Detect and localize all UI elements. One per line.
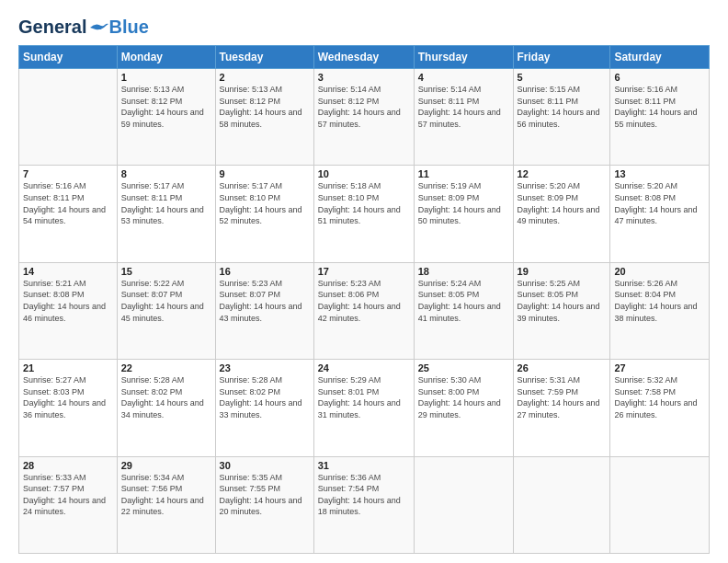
day-info: Sunrise: 5:31 AMSunset: 7:59 PMDaylight:…	[518, 374, 607, 420]
calendar-cell: 8Sunrise: 5:17 AMSunset: 8:11 PMDaylight…	[117, 166, 215, 262]
day-number: 2	[220, 72, 310, 83]
calendar-cell: 2Sunrise: 5:13 AMSunset: 8:12 PMDaylight…	[215, 69, 313, 166]
calendar-cell: 16Sunrise: 5:23 AMSunset: 8:07 PMDayligh…	[215, 262, 313, 359]
day-info: Sunrise: 5:28 AMSunset: 8:02 PMDaylight:…	[220, 374, 310, 420]
day-info: Sunrise: 5:14 AMSunset: 8:11 PMDaylight:…	[418, 84, 509, 130]
logo-blue-text: Blue	[108, 17, 148, 38]
calendar-cell: 23Sunrise: 5:28 AMSunset: 8:02 PMDayligh…	[215, 360, 313, 456]
weekday-header-sunday: Sunday	[19, 46, 118, 69]
weekday-header-thursday: Thursday	[414, 46, 513, 69]
day-number: 12	[518, 168, 607, 179]
day-number: 30	[220, 460, 310, 471]
day-number: 15	[121, 266, 211, 277]
weekday-header-tuesday: Tuesday	[215, 46, 313, 69]
weekday-header-row: SundayMondayTuesdayWednesdayThursdayFrid…	[19, 46, 710, 69]
day-number: 19	[518, 266, 607, 277]
calendar-cell: 29Sunrise: 5:34 AMSunset: 7:56 PMDayligh…	[117, 456, 215, 553]
calendar-cell: 30Sunrise: 5:35 AMSunset: 7:55 PMDayligh…	[215, 456, 313, 553]
calendar-cell: 31Sunrise: 5:36 AMSunset: 7:54 PMDayligh…	[313, 456, 414, 553]
header: General Blue	[18, 17, 710, 38]
day-info: Sunrise: 5:23 AMSunset: 8:07 PMDaylight:…	[220, 278, 310, 324]
day-number: 7	[23, 168, 113, 179]
day-info: Sunrise: 5:23 AMSunset: 8:06 PMDaylight:…	[318, 278, 410, 324]
day-number: 1	[121, 72, 211, 83]
day-info: Sunrise: 5:21 AMSunset: 8:08 PMDaylight:…	[23, 278, 113, 324]
calendar-cell: 1Sunrise: 5:13 AMSunset: 8:12 PMDaylight…	[117, 69, 215, 166]
day-number: 13	[614, 168, 705, 179]
day-number: 25	[418, 362, 509, 373]
day-number: 18	[418, 266, 509, 277]
calendar-cell: 15Sunrise: 5:22 AMSunset: 8:07 PMDayligh…	[117, 262, 215, 359]
day-number: 24	[318, 362, 410, 373]
day-number: 10	[318, 168, 410, 179]
day-info: Sunrise: 5:28 AMSunset: 8:02 PMDaylight:…	[121, 374, 211, 420]
day-info: Sunrise: 5:20 AMSunset: 8:09 PMDaylight:…	[518, 180, 607, 226]
logo-bird-icon	[88, 20, 108, 35]
calendar-cell	[414, 456, 513, 553]
calendar-cell: 5Sunrise: 5:15 AMSunset: 8:11 PMDaylight…	[513, 69, 610, 166]
weekday-header-wednesday: Wednesday	[313, 46, 414, 69]
day-info: Sunrise: 5:24 AMSunset: 8:05 PMDaylight:…	[418, 278, 509, 324]
calendar-cell: 9Sunrise: 5:17 AMSunset: 8:10 PMDaylight…	[215, 166, 313, 262]
day-info: Sunrise: 5:22 AMSunset: 8:07 PMDaylight:…	[121, 278, 211, 324]
day-info: Sunrise: 5:16 AMSunset: 8:11 PMDaylight:…	[614, 84, 705, 130]
calendar-cell: 21Sunrise: 5:27 AMSunset: 8:03 PMDayligh…	[19, 360, 118, 456]
calendar-week-row: 1Sunrise: 5:13 AMSunset: 8:12 PMDaylight…	[19, 69, 710, 166]
day-info: Sunrise: 5:17 AMSunset: 8:10 PMDaylight:…	[220, 180, 310, 226]
day-number: 8	[121, 168, 211, 179]
calendar-cell	[610, 456, 710, 553]
day-number: 31	[318, 460, 410, 471]
day-info: Sunrise: 5:13 AMSunset: 8:12 PMDaylight:…	[121, 84, 211, 130]
calendar-cell: 7Sunrise: 5:16 AMSunset: 8:11 PMDaylight…	[19, 166, 118, 262]
day-info: Sunrise: 5:27 AMSunset: 8:03 PMDaylight:…	[23, 374, 113, 420]
logo-general-text: General	[18, 17, 86, 38]
day-info: Sunrise: 5:19 AMSunset: 8:09 PMDaylight:…	[418, 180, 509, 226]
calendar-table: SundayMondayTuesdayWednesdayThursdayFrid…	[18, 45, 710, 554]
calendar-cell: 6Sunrise: 5:16 AMSunset: 8:11 PMDaylight…	[610, 69, 710, 166]
day-info: Sunrise: 5:36 AMSunset: 7:54 PMDaylight:…	[318, 472, 410, 518]
day-info: Sunrise: 5:35 AMSunset: 7:55 PMDaylight:…	[220, 472, 310, 518]
day-number: 6	[614, 72, 705, 83]
day-number: 28	[23, 460, 113, 471]
day-number: 23	[220, 362, 310, 373]
day-number: 26	[518, 362, 607, 373]
day-info: Sunrise: 5:20 AMSunset: 8:08 PMDaylight:…	[614, 180, 705, 226]
day-info: Sunrise: 5:34 AMSunset: 7:56 PMDaylight:…	[121, 472, 211, 518]
calendar-week-row: 28Sunrise: 5:33 AMSunset: 7:57 PMDayligh…	[19, 456, 710, 553]
calendar: SundayMondayTuesdayWednesdayThursdayFrid…	[18, 45, 710, 554]
weekday-header-saturday: Saturday	[610, 46, 710, 69]
logo: General Blue	[18, 17, 149, 38]
day-info: Sunrise: 5:13 AMSunset: 8:12 PMDaylight:…	[220, 84, 310, 130]
calendar-cell: 18Sunrise: 5:24 AMSunset: 8:05 PMDayligh…	[414, 262, 513, 359]
day-number: 21	[23, 362, 113, 373]
day-info: Sunrise: 5:26 AMSunset: 8:04 PMDaylight:…	[614, 278, 705, 324]
day-info: Sunrise: 5:33 AMSunset: 7:57 PMDaylight:…	[23, 472, 113, 518]
day-number: 14	[23, 266, 113, 277]
weekday-header-friday: Friday	[513, 46, 610, 69]
day-info: Sunrise: 5:32 AMSunset: 7:58 PMDaylight:…	[614, 374, 705, 420]
calendar-cell: 27Sunrise: 5:32 AMSunset: 7:58 PMDayligh…	[610, 360, 710, 456]
day-info: Sunrise: 5:14 AMSunset: 8:12 PMDaylight:…	[318, 84, 410, 130]
calendar-cell: 14Sunrise: 5:21 AMSunset: 8:08 PMDayligh…	[19, 262, 118, 359]
day-number: 9	[220, 168, 310, 179]
day-number: 11	[418, 168, 509, 179]
calendar-cell: 3Sunrise: 5:14 AMSunset: 8:12 PMDaylight…	[313, 69, 414, 166]
calendar-cell	[513, 456, 610, 553]
day-number: 17	[318, 266, 410, 277]
day-number: 27	[614, 362, 705, 373]
calendar-cell: 12Sunrise: 5:20 AMSunset: 8:09 PMDayligh…	[513, 166, 610, 262]
calendar-cell: 24Sunrise: 5:29 AMSunset: 8:01 PMDayligh…	[313, 360, 414, 456]
day-info: Sunrise: 5:30 AMSunset: 8:00 PMDaylight:…	[418, 374, 509, 420]
calendar-cell: 4Sunrise: 5:14 AMSunset: 8:11 PMDaylight…	[414, 69, 513, 166]
day-info: Sunrise: 5:15 AMSunset: 8:11 PMDaylight:…	[518, 84, 607, 130]
day-number: 20	[614, 266, 705, 277]
calendar-cell: 13Sunrise: 5:20 AMSunset: 8:08 PMDayligh…	[610, 166, 710, 262]
day-number: 16	[220, 266, 310, 277]
day-info: Sunrise: 5:17 AMSunset: 8:11 PMDaylight:…	[121, 180, 211, 226]
day-number: 5	[518, 72, 607, 83]
day-number: 29	[121, 460, 211, 471]
day-number: 4	[418, 72, 509, 83]
day-info: Sunrise: 5:25 AMSunset: 8:05 PMDaylight:…	[518, 278, 607, 324]
day-number: 22	[121, 362, 211, 373]
calendar-cell: 28Sunrise: 5:33 AMSunset: 7:57 PMDayligh…	[19, 456, 118, 553]
